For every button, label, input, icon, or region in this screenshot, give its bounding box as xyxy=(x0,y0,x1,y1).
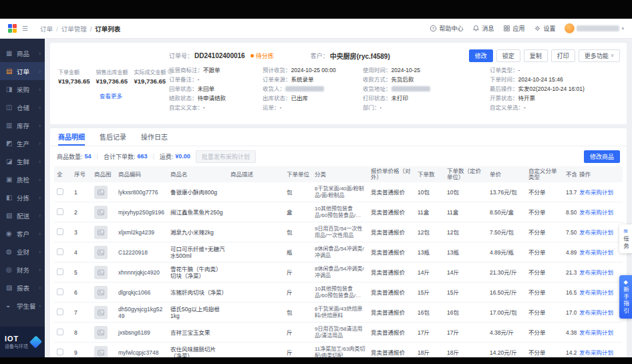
row-checkbox[interactable] xyxy=(57,349,63,355)
more-actions-button[interactable]: 更多功能∨ xyxy=(579,49,620,62)
publish-purchase-plan-link[interactable]: 发布采购计划 xyxy=(579,209,613,216)
cell-product-image xyxy=(92,246,116,259)
app-logo xyxy=(8,24,17,33)
tasks-float-button[interactable]: ≋ 任务 xyxy=(619,224,632,253)
publish-purchase-plan-link[interactable]: 发布采购计划 xyxy=(579,289,613,296)
publish-purchase-plan-link[interactable]: 发布采购计划 xyxy=(579,229,613,236)
row-checkbox[interactable] xyxy=(57,309,63,315)
sidebar-item[interactable]: ◫ 仓储 › xyxy=(0,98,45,116)
sidebar-item[interactable]: ▨ 报表 › xyxy=(0,279,45,297)
breadcrumb-item[interactable]: 订单 xyxy=(40,24,53,33)
divider: | xyxy=(152,153,154,160)
sidebar-item-icon: ◒ xyxy=(6,302,13,309)
sidebar-item[interactable]: ▧ 配送 › xyxy=(0,206,45,224)
batch-publish-purchase-plan-button[interactable]: 批量发布采购计划 xyxy=(196,150,256,163)
order-detail-field: 订单备注 - xyxy=(169,75,256,84)
sidebar-item[interactable]: ◍ 业财 › xyxy=(0,242,45,260)
sidebar-item[interactable]: ▦ 商品 › xyxy=(0,44,45,62)
field-value: - xyxy=(524,103,526,112)
sidebar-item-label: 质检 xyxy=(17,175,35,184)
row-checkbox[interactable] xyxy=(57,248,63,255)
tab-operation-logs[interactable]: 操作日志 xyxy=(141,128,168,146)
cell-quote-sheet: 竞卖普通报价 xyxy=(371,309,412,316)
sidebar-item[interactable]: ◧ 分拣 › xyxy=(0,188,45,206)
user-menu[interactable]: ▾ xyxy=(565,23,624,33)
edit-order-button[interactable]: 修改 xyxy=(469,49,493,62)
sidebar-item[interactable]: ▣ 质检 › xyxy=(0,170,45,188)
breadcrumb: 订单 订单管理 订单列表 xyxy=(40,24,120,33)
publish-purchase-plan-link[interactable]: 发布采购计划 xyxy=(579,329,613,336)
row-checkbox[interactable] xyxy=(57,208,63,215)
cell-quote-sheet: 竞卖普通报价 xyxy=(371,189,412,196)
publish-purchase-plan-link[interactable]: 发布采购计划 xyxy=(579,249,613,256)
field-label: 订单备注 xyxy=(169,75,198,84)
tab-aftersale-records[interactable]: 售后记录 xyxy=(100,128,126,146)
field-label: 部门 xyxy=(363,103,380,112)
order-stat-label: 实际成交金额? xyxy=(134,68,173,75)
cell-category: 6干货米面/43烘焙原料/烘焙原料 xyxy=(315,306,365,319)
sidebar-item[interactable]: ◨ 采购 › xyxy=(0,80,45,98)
publish-purchase-plan-link[interactable]: 发布采购计划 xyxy=(579,269,613,276)
print-order-button[interactable]: 打印 xyxy=(551,49,575,62)
order-detail-field: 结款状态 待申请结款 xyxy=(169,94,256,103)
row-checkbox[interactable] xyxy=(57,268,63,275)
row-checkbox[interactable] xyxy=(57,188,63,195)
product-image-placeholder xyxy=(94,186,108,199)
table-row: 3 xljxml2kg4239 湘泉九小米辣2kg xyxy=(54,222,623,242)
cell-category: 9日用百货/58清洁用品/清洁用品 xyxy=(315,326,365,339)
cell-product-name: 闽江鑫鱼黑鱼片250g xyxy=(170,209,225,216)
menu-collapse-icon[interactable]: ☰ xyxy=(22,25,28,32)
sidebar-item[interactable]: ◩ 生产 › xyxy=(0,134,45,152)
logo-tile xyxy=(13,24,17,28)
breadcrumb-item[interactable]: 订单管理 xyxy=(53,24,87,33)
order-detail-field: 收货人 xyxy=(263,84,356,94)
sidebar-item[interactable]: ◉ 客户 › xyxy=(0,224,45,242)
row-checkbox[interactable] xyxy=(57,228,63,235)
sidebar-item[interactable]: ▥ 库存 › xyxy=(0,116,45,134)
row-checkbox[interactable] xyxy=(57,329,63,335)
settings-button[interactable]: 设置 xyxy=(534,24,555,33)
sidebar-item[interactable]: ◎ 财务 › xyxy=(0,260,45,279)
sidebar-item[interactable]: ◒ 学生餐 › xyxy=(0,297,45,315)
col-product-image: 商品图 xyxy=(92,172,116,178)
sidebar-item-label: 库存 xyxy=(17,121,35,130)
view-more-link[interactable]: 查看更多 xyxy=(58,92,164,100)
field-value: 不跟单 xyxy=(203,65,220,75)
sidebar-item[interactable]: ◪ 生鲜 › xyxy=(0,152,45,170)
cell-split-type: 不分单 xyxy=(526,189,563,196)
order-no-value: DD24102400016 xyxy=(194,52,245,59)
masked-value xyxy=(285,86,324,92)
publish-purchase-plan-link[interactable]: 发布采购计划 xyxy=(579,309,613,316)
order-amounts: 下单金额? ¥19,736.65 销售出库金额? ¥19,736.65 xyxy=(50,43,169,124)
cell-product-code: myfwlcqpjc3748 xyxy=(116,349,168,356)
sidebar-iot-widget[interactable]: IOT 设备与环境 xyxy=(0,327,45,357)
col-actions: 操作 xyxy=(577,172,619,178)
col-select-all[interactable]: 全 xyxy=(54,172,71,178)
cell-product-name: 德氏50g以上鸡翅根1kg xyxy=(170,306,225,319)
chevron-right-icon: › xyxy=(39,176,41,183)
cell-split-type: 不分单 xyxy=(526,229,563,236)
edit-products-button[interactable]: 修改商品 xyxy=(584,150,620,163)
apps-button[interactable]: 应用 xyxy=(503,24,524,33)
cell-product-name: 吉祥三宝玉女果 xyxy=(170,329,225,336)
help-center-button[interactable]: ? 帮助中心 xyxy=(430,24,463,33)
freight: 运费:¥0.00 xyxy=(160,152,190,161)
lock-order-button[interactable]: 锁定 xyxy=(496,49,520,62)
copy-order-button[interactable]: 复制 xyxy=(524,49,548,62)
guide-label: 新手指引 xyxy=(622,287,630,315)
cell-order-qty: 16包 xyxy=(415,309,444,316)
cell-unit-price: 17.00元/包 xyxy=(487,309,526,316)
cell-product-code: xhnnnrjqkjc4920 xyxy=(116,269,168,276)
iot-text: IOT 设备与环境 xyxy=(5,335,28,349)
sidebar-item[interactable]: ▤ 订单 › xyxy=(0,62,45,80)
publish-purchase-plan-link[interactable]: 发布采购计划 xyxy=(579,349,613,356)
publish-purchase-plan-link[interactable]: 发布采购计划 xyxy=(579,189,613,196)
cell-order-qty-pricing: 11盒 xyxy=(444,209,487,216)
chevron-right-icon: › xyxy=(39,104,41,111)
row-checkbox[interactable] xyxy=(57,289,63,295)
guide-float-button[interactable]: ◆ 新手指引 xyxy=(619,275,632,319)
order-header: 订单号： DD24102400016 待分拣 客户： 中央厨房(ryc.f458… xyxy=(169,48,620,63)
messages-button[interactable]: 消息 xyxy=(472,24,494,33)
field-label: 订单来源 xyxy=(263,75,291,84)
tab-product-details[interactable]: 商品明细 xyxy=(58,128,85,146)
